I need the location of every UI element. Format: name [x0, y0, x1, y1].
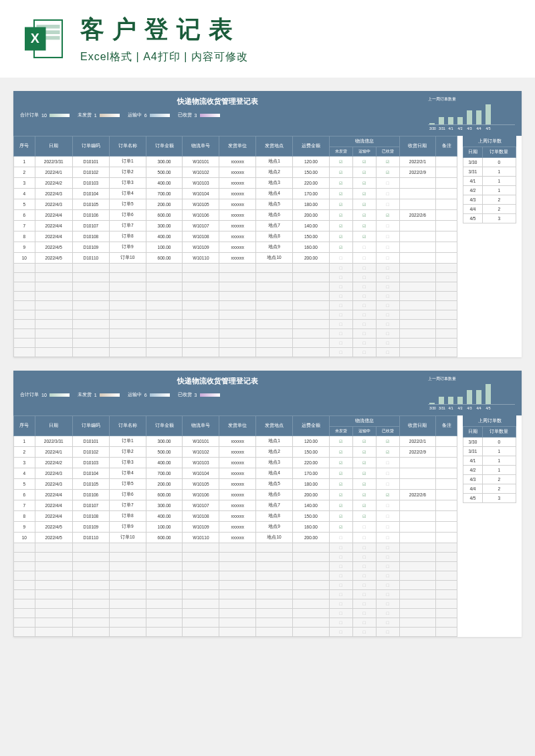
- side-panel: 上周订单数 日期订单数量 3/3003/3114/114/214/324/424…: [463, 136, 516, 223]
- stats-row: 合计订单10 未发货1 运输中6 已收货3: [20, 112, 415, 118]
- side-row: 3/311: [463, 447, 516, 456]
- col-received: 已收货: [376, 147, 399, 157]
- stat-unship-label: 未发货: [78, 391, 92, 398]
- stat-bar-icon: [49, 393, 70, 397]
- col-ono: 订单编码: [72, 416, 109, 436]
- table-row-empty: ☐☐☐: [14, 590, 457, 599]
- stat-bar-icon: [100, 393, 120, 397]
- table-row: 32022/4/2D10103订单3 400.00W10103xxxxxx地点3…: [14, 178, 457, 189]
- table-row-empty: ☐☐☐: [14, 273, 457, 282]
- sheet-banner: 快递物流收货管理登记表 合计订单10 未发货1 运输中6 已收货3 上一周订单数…: [13, 371, 522, 415]
- stat-bar-icon: [200, 393, 220, 397]
- side-row: 4/21: [463, 466, 516, 475]
- side-row: 4/42: [463, 484, 516, 494]
- table-row: 42022/4/3D10104订单4 700.00W10104xxxxxx地点4…: [14, 468, 457, 479]
- stat-bar-icon: [100, 114, 120, 117]
- col-sloc: 发货地点: [256, 136, 293, 157]
- side-col-date: 日期: [463, 427, 483, 438]
- table-row-empty: ☐☐☐: [14, 571, 457, 581]
- table-row: 62022/4/4D10106订单6 600.00W10106xxxxxx地点6…: [14, 210, 457, 221]
- chart-x-label: 3/31: [439, 406, 444, 410]
- table-row: 12022/3/31D10101订单1 300.00W10101xxxxxx地点…: [14, 157, 457, 167]
- col-received: 已收货: [376, 427, 399, 436]
- side-row: 4/53: [463, 494, 516, 503]
- stat-bar-icon: [150, 114, 170, 117]
- col-lno: 物流单号: [183, 416, 219, 436]
- side-col-count: 订单数量: [482, 427, 516, 438]
- stat-received-label: 已收货: [178, 391, 192, 398]
- table-row-empty: ☐☐☐: [14, 320, 457, 329]
- stat-transit-label: 运输中: [128, 112, 142, 118]
- stat-received-val: 3: [195, 393, 197, 397]
- chart-x-label: 4/4: [476, 126, 481, 130]
- chart-title: 上一周订单数量: [428, 376, 515, 382]
- side-row: 3/300: [463, 158, 516, 167]
- table-row-empty: ☐☐☐: [14, 562, 457, 571]
- side-row: 4/53: [463, 214, 516, 223]
- table-row-empty: ☐☐☐: [14, 264, 457, 273]
- col-seq: 序号: [14, 416, 35, 436]
- table-row-empty: ☐☐☐: [14, 628, 457, 637]
- sheet-preview-1: 快递物流收货管理登记表 合计订单10 未发货1 运输中6 已收货3 上一周订单数…: [13, 91, 522, 357]
- table-row: 22022/4/1D10102订单2 500.00W10102xxxxxx地点2…: [14, 447, 457, 458]
- chart-bar: [467, 110, 472, 124]
- table-row-empty: ☐☐☐: [14, 301, 457, 310]
- stat-unship-label: 未发货: [78, 112, 92, 118]
- side-table: 日期订单数量 3/3003/3114/114/214/324/424/53: [463, 147, 516, 223]
- table-row: 82022/4/4D10108订单8 400.00W10108xxxxxx地点8…: [14, 511, 457, 522]
- col-rdate: 收货日期: [399, 136, 436, 157]
- chart-title: 上一周订单数量: [428, 96, 515, 102]
- table-row: 92022/4/5D10109订单9 100.00W10109xxxxxx地点9…: [14, 242, 457, 253]
- chart-x-label: 4/4: [476, 406, 481, 410]
- table-row-empty: ☐☐☐: [14, 543, 457, 553]
- stat-unship-val: 1: [94, 113, 97, 118]
- stat-total-label: 合计订单: [20, 112, 39, 118]
- sheet-title: 快递物流收货管理登记表: [20, 96, 415, 106]
- side-col-count: 订单数量: [482, 147, 516, 158]
- chart-bar: [486, 104, 491, 124]
- chart-bar: [457, 117, 463, 124]
- chart-bar: [457, 397, 463, 404]
- table-row: 42022/4/3D10104订单4 700.00W10104xxxxxx地点4…: [14, 189, 457, 199]
- stat-total-val: 10: [41, 393, 47, 397]
- bar-chart: [428, 104, 515, 125]
- chart-bar: [467, 390, 472, 404]
- side-row: 4/32: [463, 475, 516, 484]
- chart-x-label: 4/2: [457, 406, 463, 410]
- chart-bar: [448, 117, 453, 124]
- col-transit: 运输中: [352, 427, 376, 436]
- table-row-empty: ☐☐☐: [14, 339, 457, 348]
- col-sloc: 发货地点: [256, 416, 293, 436]
- side-col-date: 日期: [463, 147, 483, 158]
- table-row: 72022/4/4D10107订单7 300.00W10107xxxxxx地点7…: [14, 221, 457, 231]
- table-row: 52022/4/3D10105订单5 200.00W10105xxxxxx地点5…: [14, 199, 457, 210]
- chart-x-label: 4/2: [457, 126, 463, 130]
- side-title: 上周订单数: [463, 136, 516, 147]
- col-amt: 订单金额: [146, 416, 183, 436]
- svg-text:X: X: [31, 31, 39, 45]
- excel-icon: X: [20, 15, 67, 62]
- chart-x-label: 4/5: [486, 406, 491, 410]
- page-subtitle: Excel格式 | A4打印 | 内容可修改: [80, 50, 515, 64]
- table-row: 52022/4/3D10105订单5 200.00W10105xxxxxx地点5…: [14, 479, 457, 490]
- page-title: 客户登记表: [80, 13, 515, 46]
- col-unship: 未发货: [329, 427, 352, 436]
- table-row: 102022/4/5D10110订单10 600.00W10110xxxxxx地…: [14, 533, 457, 543]
- chart-box: 上一周订单数量 3/303/314/14/24/34/44/5: [428, 96, 515, 130]
- chart-x-label: 4/1: [448, 406, 453, 410]
- stats-row: 合计订单10 未发货1 运输中6 已收货3: [20, 391, 415, 398]
- chart-x-label: 3/30: [429, 126, 435, 130]
- side-row: 3/311: [463, 167, 516, 177]
- table-row-empty: ☐☐☐: [14, 599, 457, 609]
- stat-transit-val: 6: [144, 113, 147, 118]
- chart-bar: [448, 397, 453, 404]
- table-row-empty: ☐☐☐: [14, 348, 457, 357]
- main-table: 序号 日期 订单编码 订单名称 订单金额 物流单号 发货单位 发货地点 运费金额…: [13, 136, 457, 357]
- chart-x-label: 4/5: [486, 126, 491, 130]
- col-amt: 订单金额: [146, 136, 183, 157]
- col-sunit: 发货单位: [219, 416, 256, 436]
- stat-transit-label: 运输中: [128, 391, 142, 398]
- chart-bar: [439, 397, 444, 404]
- sheet-preview-2: 快递物流收货管理登记表 合计订单10 未发货1 运输中6 已收货3 上一周订单数…: [13, 371, 522, 637]
- stat-bar-icon: [150, 393, 170, 397]
